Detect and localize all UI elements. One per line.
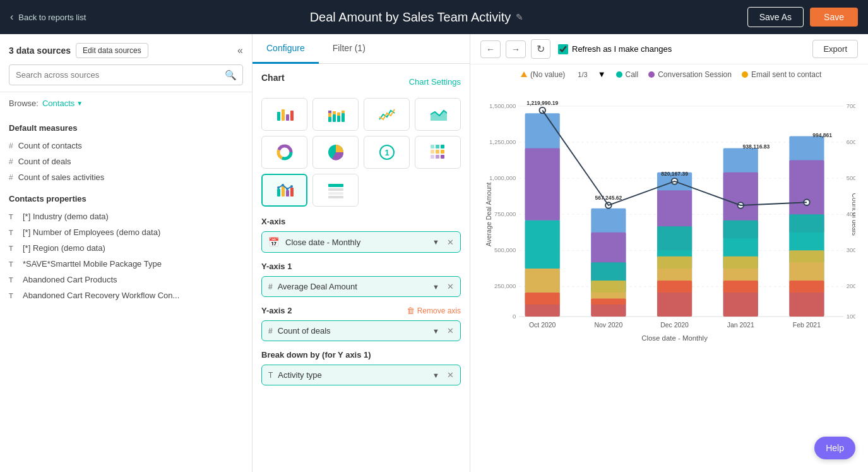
svg-point-17 — [281, 148, 288, 156]
svg-rect-11 — [342, 113, 345, 122]
table-chart-icon — [327, 181, 345, 199]
prop-mobile-package[interactable]: T *SAVE*Smarttel Mobile Package Type — [9, 256, 243, 272]
back-button[interactable]: ‹ Back to reports list — [10, 11, 86, 23]
y-axis2-select[interactable]: # Count of deals ▼ ✕ — [261, 320, 461, 341]
svg-rect-3 — [290, 111, 294, 121]
y-axis2-clear-icon[interactable]: ✕ — [447, 326, 454, 336]
type-label: T — [9, 276, 18, 284]
search-icon[interactable]: 🔍 — [225, 70, 237, 81]
main-layout: 3 data sources Edit data sources « 🔍 Bro… — [0, 34, 868, 472]
svg-text:Jan 2021: Jan 2021 — [727, 322, 754, 329]
svg-text:Nov 2020: Nov 2020 — [595, 322, 623, 329]
save-button[interactable]: Save — [810, 8, 858, 27]
export-button[interactable]: Export — [812, 40, 858, 58]
x-axis-label: X-axis — [261, 217, 461, 226]
svg-text:100: 100 — [847, 313, 855, 320]
prop-num-employees[interactable]: T [*] Number of Employees (demo data) — [9, 224, 243, 240]
svg-text:1,250,000: 1,250,000 — [489, 138, 516, 145]
svg-rect-39 — [328, 188, 343, 191]
area-chart-icon — [429, 106, 447, 123]
edit-title-icon[interactable]: ✎ — [516, 12, 523, 22]
prop-abandoned-cart[interactable]: T Abandoned Cart Products — [9, 272, 243, 287]
svg-rect-27 — [431, 155, 434, 159]
remove-axis-button[interactable]: 🗑 Remove axis — [407, 306, 461, 315]
tab-configure[interactable]: Configure — [253, 34, 319, 64]
y-axis2-label: Y-axis 2 — [261, 306, 292, 315]
svg-text:1,500,000: 1,500,000 — [489, 102, 516, 109]
svg-rect-97 — [789, 281, 824, 317]
svg-rect-32 — [286, 190, 289, 197]
svg-rect-21 — [431, 145, 434, 148]
x-axis-select[interactable]: 📅 Close date - Monthly ▼ ✕ — [261, 231, 461, 253]
pagination-prev[interactable]: ▼ — [598, 70, 606, 79]
x-axis-clear-icon[interactable]: ✕ — [447, 238, 454, 247]
chart-settings-link[interactable]: Chart Settings — [409, 77, 461, 87]
chart-area: 1,500,000 1,250,000 1,000,000 750,000 50… — [470, 82, 868, 472]
svg-text:700: 700 — [847, 102, 855, 109]
prop-industry[interactable]: T [*] Industry (demo data) — [9, 209, 243, 224]
measure-count-sales-activities[interactable]: # Count of sales activities — [9, 169, 243, 185]
hash-icon: # — [9, 142, 13, 150]
measure-count-deals[interactable]: # Count of deals — [9, 154, 243, 169]
svg-rect-1 — [282, 109, 285, 121]
svg-text:Average Deal Amount: Average Deal Amount — [485, 182, 492, 246]
middle-panel: Configure Filter (1) Chart Chart Setting… — [253, 34, 470, 472]
svg-point-37 — [290, 185, 293, 188]
svg-rect-38 — [328, 184, 343, 187]
collapse-panel-button[interactable]: « — [237, 45, 243, 56]
search-input[interactable] — [9, 64, 243, 85]
svg-point-34 — [277, 186, 280, 189]
legend-no-value: (No value) — [521, 70, 565, 79]
chart-type-stacked-bar[interactable] — [312, 98, 359, 131]
svg-rect-41 — [328, 196, 343, 198]
chart-svg: 1,500,000 1,250,000 1,000,000 750,000 50… — [483, 82, 855, 353]
y-axis1-label: Y-axis 1 — [261, 262, 461, 271]
chart-type-pie[interactable] — [312, 136, 359, 169]
breakdown-clear-icon[interactable]: ✕ — [447, 370, 454, 380]
measure-count-contacts[interactable]: # Count of contacts — [9, 138, 243, 154]
svg-rect-90 — [723, 281, 758, 317]
svg-rect-66 — [525, 148, 560, 221]
edit-data-sources-button[interactable]: Edit data sources — [76, 43, 148, 58]
browse-row: Browse: Contacts ▼ — [0, 92, 252, 114]
svg-text:600: 600 — [847, 138, 855, 145]
chart-type-grid[interactable] — [415, 136, 461, 169]
legend-conversation: Conversation Session — [648, 70, 732, 79]
refresh-checkbox[interactable] — [558, 44, 568, 54]
refresh-check: Refresh as I make changes — [558, 44, 672, 54]
chart-type-donut[interactable] — [261, 136, 307, 169]
redo-button[interactable]: → — [506, 40, 526, 58]
chart-type-number[interactable]: 1 — [364, 136, 410, 169]
refresh-button[interactable]: ↻ — [531, 39, 550, 59]
tab-filter[interactable]: Filter (1) — [319, 34, 379, 64]
undo-button[interactable]: ← — [480, 40, 501, 58]
chart-type-area[interactable] — [415, 98, 461, 131]
chart-type-line[interactable] — [364, 98, 410, 131]
svg-rect-9 — [337, 116, 340, 122]
chart-settings-row: Chart Chart Settings — [261, 73, 461, 90]
left-panel: 3 data sources Edit data sources « 🔍 Bro… — [0, 34, 253, 472]
help-button[interactable]: Help — [814, 437, 855, 459]
prop-abandoned-cart-recovery[interactable]: T Abandoned Cart Recovery Workflow Con..… — [9, 287, 243, 303]
svg-rect-30 — [277, 189, 280, 197]
chart-type-combo[interactable] — [261, 174, 307, 207]
svg-rect-6 — [328, 111, 331, 113]
hash-prefix: # — [268, 282, 273, 291]
chart-type-table[interactable] — [312, 174, 359, 207]
svg-rect-24 — [431, 150, 434, 154]
chart-type-bar[interactable] — [261, 98, 307, 131]
y-axis1-clear-icon[interactable]: ✕ — [447, 282, 454, 291]
right-panel: ← → ↻ Refresh as I make changes Export (… — [470, 34, 868, 472]
type-label: T — [9, 229, 18, 236]
y-axis1-select[interactable]: # Average Deal Amount ▼ ✕ — [261, 276, 461, 297]
svg-rect-69 — [525, 293, 560, 317]
prop-region[interactable]: T [*] Region (demo data) — [9, 240, 243, 256]
y-axis2-header: Y-axis 2 🗑 Remove axis — [261, 306, 461, 315]
save-as-button[interactable]: Save As — [747, 7, 804, 27]
report-title: Deal Amount by Sales Team Activity ✎ — [310, 10, 524, 25]
breakdown-select[interactable]: T Activity type ▼ ✕ — [261, 365, 461, 385]
browse-contacts-dropdown[interactable]: Contacts ▼ — [42, 99, 83, 108]
chart-legend: (No value) 1/3 ▼ Call Conversation Sessi… — [470, 64, 868, 82]
svg-text:994,861: 994,861 — [812, 132, 832, 138]
browse-label: Browse: — [9, 99, 39, 108]
